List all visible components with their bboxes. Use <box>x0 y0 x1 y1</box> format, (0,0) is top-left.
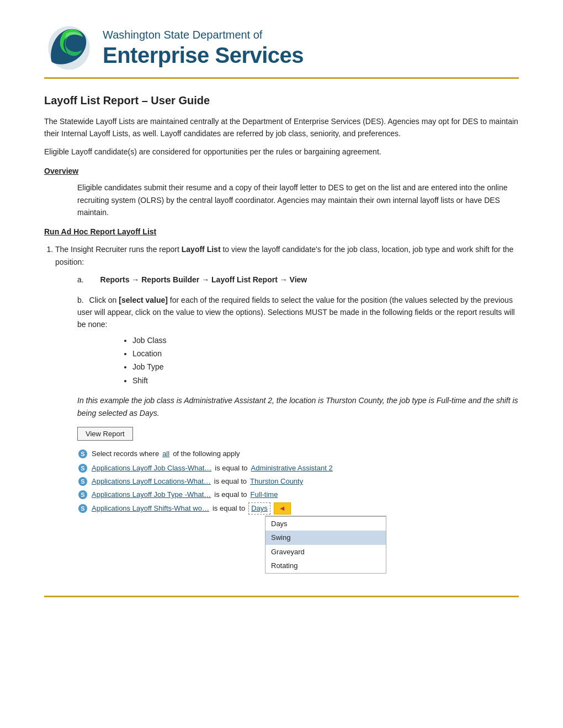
view-report-button[interactable]: View Report <box>77 427 133 441</box>
page-header: Washington State Department of Enterpris… <box>44 22 519 79</box>
filter-icon-3: S <box>77 489 88 500</box>
step-b-bold: [select value] <box>119 296 168 304</box>
logo: Washington State Department of Enterpris… <box>44 22 304 72</box>
filter-row-3: S Applications Layoff Job Type -What… is… <box>77 489 519 500</box>
step-b-prefix: Click on <box>89 296 119 304</box>
arrow-indicator: ◄ <box>274 502 291 515</box>
intro-paragraph-1: The Statewide Layoff Lists are maintaine… <box>44 115 519 140</box>
dropdown-item-days[interactable]: Days <box>265 516 386 531</box>
main-content: Layoff List Report – User Guide The Stat… <box>44 92 519 574</box>
bullet-job-type: Job Type <box>132 361 519 373</box>
step-b: b. Click on [select value] for each of t… <box>77 294 519 387</box>
logo-text: Washington State Department of Enterpris… <box>103 26 304 67</box>
filter-value-1[interactable]: Administrative Assistant 2 <box>251 463 333 474</box>
select-records-icon: S <box>77 448 88 459</box>
section2-heading: Run Ad Hoc Report Layoff List <box>44 226 519 238</box>
italic-note: In this example the job class is Adminis… <box>77 394 519 419</box>
page-title: Layoff List Report – User Guide <box>44 92 519 109</box>
logo-top-text: Washington State Department of <box>103 26 304 43</box>
filter-section: S Select records where all of the follow… <box>77 448 519 574</box>
select-all-link[interactable]: all <box>162 448 169 459</box>
filter-icon-1: S <box>77 463 88 474</box>
bullet-location: Location <box>132 347 519 360</box>
filter-link-1[interactable]: Applications Layoff Job Class-What… <box>92 463 211 474</box>
step1-bold: Layoff List <box>182 245 221 254</box>
select-records-suffix: of the following apply <box>173 448 240 459</box>
bullet-list: Job Class Location Job Type Shift <box>132 334 519 387</box>
filter-op-1: is equal to <box>215 463 247 474</box>
select-records-row: S Select records where all of the follow… <box>77 448 519 459</box>
filter-link-2[interactable]: Applications Layoff Locations-What… <box>92 476 211 487</box>
svg-text:S: S <box>81 505 84 512</box>
footer-bar <box>44 596 519 601</box>
des-logo-icon <box>44 22 94 72</box>
dropdown-item-graveyard[interactable]: Graveyard <box>265 545 386 559</box>
svg-text:S: S <box>81 465 84 472</box>
svg-text:S: S <box>81 451 84 457</box>
overview-text: Eligible candidates submit their resume … <box>77 181 519 218</box>
filter-op-3: is equal to <box>214 489 247 500</box>
shift-dropdown: Days Swing Graveyard Rotating <box>110 516 519 574</box>
bullet-shift: Shift <box>132 374 519 387</box>
dropdown-item-swing[interactable]: Swing <box>265 531 386 545</box>
filter-value-2[interactable]: Thurston County <box>250 476 303 487</box>
filter-link-3[interactable]: Applications Layoff Job Type -What… <box>92 489 211 500</box>
svg-text:S: S <box>81 491 84 498</box>
filter-link-4[interactable]: Applications Layoff Shifts-What wo… <box>92 503 209 514</box>
logo-bottom-text: Enterprise Services <box>103 43 304 67</box>
filter-op-4: is equal to <box>213 503 245 514</box>
page-container: Washington State Department of Enterpris… <box>0 0 563 728</box>
filter-icon-2: S <box>77 476 88 487</box>
nav-path: Reports → Reports Builder → Layoff List … <box>100 275 307 284</box>
intro-paragraph-2: Eligible Layoff candidate(s) are conside… <box>44 146 519 158</box>
dropdown-popup: Days Swing Graveyard Rotating <box>265 516 386 574</box>
step-a: a. Reports → Reports Builder → Layoff Li… <box>77 274 519 286</box>
filter-icon-4: S <box>77 503 88 514</box>
filter-value-4[interactable]: Days <box>248 502 270 515</box>
filter-row-1: S Applications Layoff Job Class-What… is… <box>77 463 519 474</box>
step-1: The Insight Recruiter runs the report La… <box>55 243 519 387</box>
filter-op-2: is equal to <box>214 476 247 487</box>
select-records-prefix: Select records where <box>92 448 159 459</box>
filter-row-2: S Applications Layoff Locations-What… is… <box>77 476 519 487</box>
overview-heading: Overview <box>44 165 519 177</box>
step1-prefix: The Insight Recruiter runs the report <box>55 245 182 254</box>
svg-text:S: S <box>81 478 84 485</box>
bullet-job-class: Job Class <box>132 334 519 346</box>
filter-value-3[interactable]: Full-time <box>251 489 278 500</box>
dropdown-item-rotating[interactable]: Rotating <box>265 559 386 573</box>
filter-row-4: S Applications Layoff Shifts-What wo… is… <box>77 502 519 515</box>
